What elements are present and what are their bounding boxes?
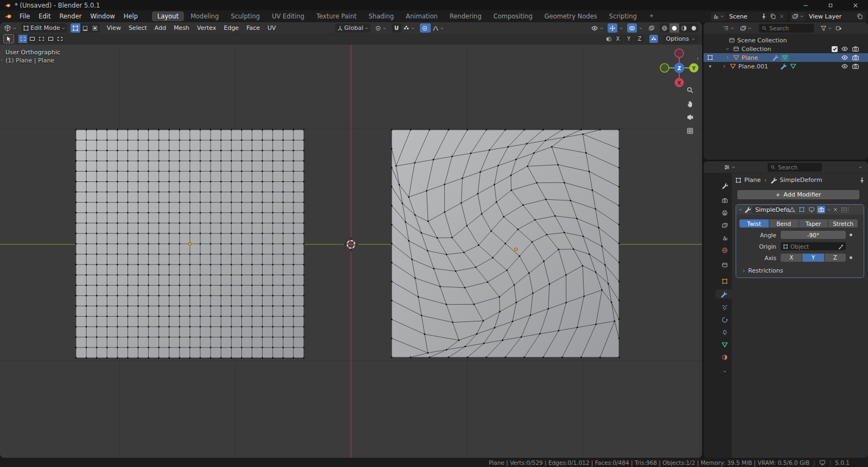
- menu-face[interactable]: Face: [242, 22, 264, 34]
- new-view-layer-icon[interactable]: [857, 13, 863, 20]
- outliner-row-scene-collection[interactable]: Scene Collection: [704, 36, 868, 45]
- overlays-dropdown[interactable]: [637, 23, 644, 33]
- menu-add[interactable]: Add: [151, 22, 170, 34]
- breadcrumb-modifier[interactable]: SimpleDeform: [780, 176, 822, 184]
- menu-render[interactable]: Render: [55, 10, 86, 22]
- gizmos-toggle[interactable]: [608, 23, 617, 33]
- outliner-display-mode-dropdown[interactable]: [721, 23, 736, 33]
- select-invert-button[interactable]: [46, 35, 55, 43]
- tab-physics[interactable]: [720, 315, 729, 324]
- properties-search-input[interactable]: [778, 164, 816, 171]
- unlink-scene-icon[interactable]: [779, 14, 784, 19]
- close-button[interactable]: [843, 0, 868, 10]
- workspace-tab-rendering[interactable]: Rendering: [444, 11, 487, 21]
- menu-mesh[interactable]: Mesh: [170, 22, 193, 34]
- tab-constraints[interactable]: [720, 327, 729, 337]
- outliner-row-plane[interactable]: Plane: [704, 53, 868, 62]
- disable-render-camera-icon[interactable]: [852, 54, 859, 61]
- show-in-render-toggle[interactable]: [817, 206, 825, 213]
- tab-world[interactable]: [720, 245, 729, 255]
- xray-toggle[interactable]: [647, 23, 656, 33]
- hide-eye-icon[interactable]: [841, 45, 848, 53]
- animate-dot-icon[interactable]: [850, 234, 852, 236]
- navigation-gizmo[interactable]: X Y Z: [658, 46, 701, 90]
- mirror-z-button[interactable]: Z: [635, 35, 644, 43]
- select-subtract-button[interactable]: [37, 35, 46, 43]
- disable-render-camera-icon[interactable]: [852, 62, 859, 70]
- workspace-tab-shading[interactable]: Shading: [363, 11, 399, 21]
- transform-orientation-dropdown[interactable]: Global: [335, 23, 371, 33]
- zoom-icon[interactable]: [686, 86, 694, 94]
- collapse-chevron-icon[interactable]: [738, 207, 743, 212]
- axis-z-button[interactable]: Z: [825, 254, 846, 262]
- menu-view[interactable]: View: [103, 22, 125, 34]
- properties-editor-type-button[interactable]: [722, 162, 737, 172]
- new-scene-icon[interactable]: [770, 13, 776, 20]
- outliner-filter-dropdown[interactable]: [819, 23, 834, 33]
- menu-edge[interactable]: Edge: [220, 22, 242, 34]
- face-select-mode-button[interactable]: [90, 23, 100, 33]
- vertex-select-mode-button[interactable]: [71, 23, 80, 33]
- tab-output[interactable]: [720, 208, 729, 217]
- pivot-point-dropdown[interactable]: [373, 23, 388, 33]
- tab-object-data[interactable]: [720, 340, 729, 349]
- modifier-wrench-icon[interactable]: [780, 63, 787, 70]
- workspace-tab-geometry-nodes[interactable]: Geometry Nodes: [539, 11, 603, 21]
- deform-mode-twist[interactable]: Twist: [739, 219, 769, 228]
- proportional-editing-button[interactable]: [420, 23, 431, 33]
- scene-browse-button[interactable]: [711, 12, 726, 21]
- axis-y-button[interactable]: Y: [802, 254, 824, 262]
- tab-object[interactable]: [720, 276, 729, 286]
- collection-checkbox[interactable]: [832, 46, 838, 52]
- menu-file[interactable]: File: [15, 10, 34, 22]
- chevron-right-icon[interactable]: [725, 55, 730, 60]
- modifier-wrench-icon[interactable]: [772, 54, 778, 61]
- snap-settings-dropdown[interactable]: [401, 23, 417, 33]
- workspace-tab-texture-paint[interactable]: Texture Paint: [311, 11, 362, 21]
- correct-face-attributes-toggle[interactable]: [649, 35, 658, 43]
- menu-vertex[interactable]: Vertex: [193, 22, 220, 34]
- overlays-toggle[interactable]: [627, 23, 637, 33]
- hide-eye-icon[interactable]: [841, 62, 848, 70]
- proportional-falloff-dropdown[interactable]: [431, 23, 446, 33]
- modifier-extras-chevron[interactable]: [827, 207, 831, 212]
- restrictions-section-toggle[interactable]: Restrictions: [742, 267, 783, 274]
- deform-mode-bend[interactable]: Bend: [769, 219, 799, 228]
- sidebar-toggle-icon[interactable]: ‹: [697, 55, 699, 62]
- active-tool-button[interactable]: [3, 34, 14, 43]
- workspace-tab-scripting[interactable]: Scripting: [604, 11, 642, 21]
- angle-slider[interactable]: -90°: [781, 231, 846, 239]
- tab-view-layer[interactable]: [720, 220, 729, 230]
- menu-edit[interactable]: Edit: [34, 10, 55, 22]
- tab-particles[interactable]: [720, 302, 729, 312]
- show-in-viewport-toggle[interactable]: [807, 206, 815, 213]
- view-layer-browse-button[interactable]: [790, 12, 806, 21]
- menu-uv[interactable]: UV: [264, 22, 280, 34]
- pan-hand-icon[interactable]: [686, 100, 694, 108]
- deform-mode-stretch[interactable]: Stretch: [828, 219, 858, 228]
- properties-search[interactable]: [768, 163, 822, 172]
- tab-collection[interactable]: [720, 260, 729, 269]
- drag-handle-icon[interactable]: [841, 207, 848, 212]
- snap-toggle-button[interactable]: [392, 23, 401, 33]
- add-modifier-button[interactable]: Add Modifier: [737, 190, 859, 199]
- show-in-edit-mode-toggle[interactable]: [797, 206, 806, 213]
- modifier-name-field[interactable]: SimpleDefo...: [752, 206, 786, 213]
- outliner-search-input[interactable]: [769, 25, 812, 31]
- add-workspace-button[interactable]: [643, 11, 660, 21]
- tab-strip-overflow-chevron[interactable]: [720, 367, 729, 376]
- toggle-orthographic-icon[interactable]: [686, 127, 694, 135]
- blender-menu-icon[interactable]: [4, 12, 12, 20]
- viewport-canvas[interactable]: User Orthographic › (1) Plane | Plane X …: [0, 45, 702, 458]
- menu-help[interactable]: Help: [119, 10, 142, 22]
- outliner-row-collection[interactable]: Collection: [704, 45, 868, 53]
- visibility-dropdown[interactable]: [589, 23, 605, 33]
- animate-dot-icon[interactable]: [850, 256, 852, 259]
- gizmo-axis-x-neg[interactable]: [675, 49, 684, 58]
- material-preview-button[interactable]: [679, 23, 689, 33]
- eyedropper-icon[interactable]: [838, 244, 844, 249]
- workspace-tab-layout[interactable]: Layout: [152, 11, 184, 21]
- select-set-button[interactable]: [18, 35, 27, 43]
- chevron-down-icon[interactable]: [725, 47, 730, 51]
- tab-tool[interactable]: [720, 181, 729, 190]
